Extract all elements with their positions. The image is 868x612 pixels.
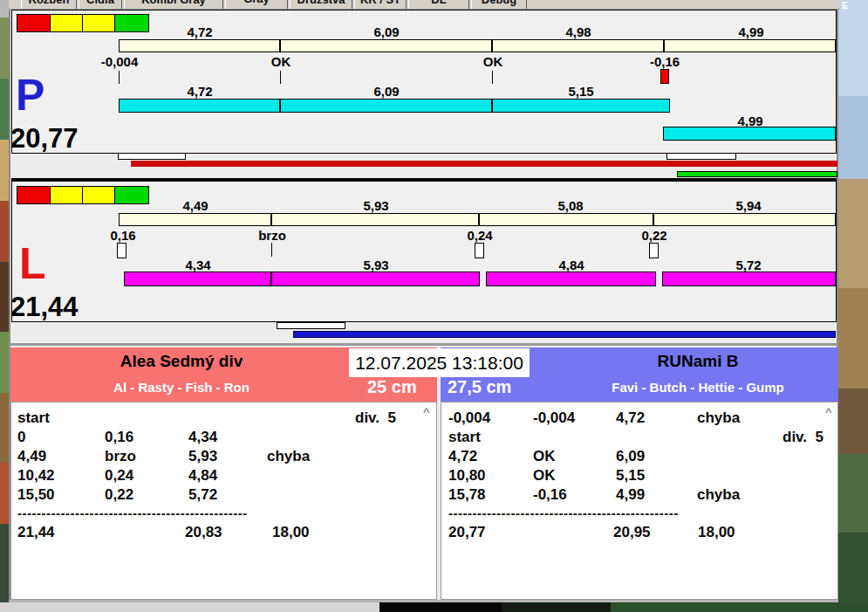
lane-l-run-label: 4,34 [185, 258, 210, 272]
desktop-background-right: E [838, 0, 868, 602]
desktop-background-left [0, 0, 9, 612]
desktop-fragment [838, 96, 868, 179]
desktop-fragment [838, 389, 868, 454]
table-cell: -0,004 [533, 410, 575, 425]
table-cell: chyba [697, 487, 740, 502]
progress-marker [277, 322, 345, 329]
table-total-cell: 18,00 [698, 525, 735, 540]
lane-p-light-red [17, 14, 51, 32]
table-cell: 4,72 [616, 410, 645, 425]
tab-dl[interactable]: DL [408, 0, 469, 10]
desktop-fragment [0, 463, 9, 524]
lane-l-split-label: 5,94 [735, 198, 761, 213]
progress-marker [118, 153, 186, 160]
desktop-fragment [0, 262, 9, 332]
desktop-fragment [0, 0, 9, 17]
lane-l-run-bar [662, 272, 836, 286]
lane-p-light-yellow2 [82, 14, 115, 32]
fault-marker-white [475, 243, 484, 258]
table-cell: 0,16 [105, 430, 133, 444]
table-cell: start [448, 430, 481, 444]
lane-l-run-label: 4,84 [558, 258, 584, 272]
table-cell: 15,50 [17, 487, 55, 502]
desktop-fragment [0, 393, 9, 463]
lane-l-total: 21,44 [10, 293, 79, 320]
bar-divider [663, 39, 665, 52]
desktop-fragment [0, 201, 9, 262]
bar-divider [653, 213, 654, 226]
team-left-table [10, 402, 437, 600]
desktop-fragment [502, 602, 611, 612]
table-cell: 0 [17, 430, 25, 444]
bar-divider [279, 99, 281, 113]
desktop-fragment [0, 79, 9, 140]
fault-marker-white [649, 243, 659, 258]
tab-kombi-gray[interactable]: Kombi Gray [124, 0, 223, 10]
lane-p-total: 20,77 [10, 125, 79, 152]
table-cell: 5,93 [188, 449, 217, 464]
table-total-cell: 20,95 [613, 525, 651, 540]
lane-l-split-label: 4,49 [182, 198, 208, 213]
lane-l-mark-label: 0,24 [467, 228, 492, 243]
table-cell: 4,49 [17, 449, 46, 464]
table-cell: 4,72 [448, 449, 477, 464]
datetime-text: 12.07.2025 13:18:00 [355, 353, 523, 373]
table-separator: ----------------------------------------… [448, 505, 688, 520]
lane-l-split-bar [119, 213, 836, 226]
bar-divider [491, 99, 493, 113]
lane-p-split-bar [119, 39, 836, 52]
tab-rozbeh[interactable]: Rozběh [21, 0, 77, 10]
desktop-fragment [838, 179, 868, 288]
lane-l-split-label: 5,93 [363, 198, 388, 213]
table-cell: -0,16 [533, 487, 567, 502]
tab-gray[interactable]: Gray [225, 0, 288, 10]
desktop-fragment [379, 602, 502, 612]
screen: E Rozběh Čidla Kombi Gray Gray Družstva … [0, 0, 868, 612]
tab-kr-st[interactable]: KR / ST [354, 0, 407, 10]
desktop-fragment [0, 524, 9, 612]
lane-p-split-label: 4,72 [187, 24, 212, 39]
section-divider [9, 343, 838, 346]
table-cell: 15,78 [448, 487, 486, 502]
desktop-fragment [838, 288, 868, 389]
mark-tick [119, 71, 120, 84]
team-left-dogs: Al - Rasty - Fish - Ron [113, 380, 249, 395]
desktop-fragment [838, 533, 868, 602]
bar-divider [279, 39, 281, 52]
lane-p-mark-label: OK [483, 54, 503, 69]
lane-p-mark-label: -0,004 [101, 54, 139, 69]
lane-p-mark-label: -0,16 [650, 54, 680, 69]
tab-cidla[interactable]: Čidla [79, 0, 122, 10]
lane-l-light-green [114, 186, 149, 204]
mark-tick [492, 71, 493, 84]
tab-debug[interactable]: Debug [471, 0, 527, 10]
lane-l-run-bar [124, 272, 480, 286]
tab-druzstva[interactable]: Družstva [290, 0, 352, 10]
table-cell: 10,42 [17, 468, 55, 483]
desktop-icon-text: E [842, 0, 848, 10]
table-cell: div. 5 [355, 410, 396, 425]
lane-p-letter: P [16, 73, 44, 117]
lane-p-extra-bar [663, 127, 836, 141]
desktop-fragment [0, 332, 9, 393]
team-left-height: 25 cm [367, 377, 417, 397]
lane-p-split-label: 6,09 [373, 24, 399, 39]
tab-bar: Rozběh Čidla Kombi Gray Gray Družstva KR… [9, 0, 840, 10]
bar-divider [478, 213, 480, 226]
bar-divider [270, 272, 272, 286]
lane-p-run-bar [119, 99, 670, 113]
team-left-name: Alea Sedmý div [120, 352, 243, 371]
mark-tick [280, 71, 281, 84]
team-right-dogs: Favi - Butch - Hettie - Gump [612, 380, 784, 395]
desktop-fragment [838, 454, 868, 533]
table-cell: chyba [267, 449, 310, 464]
table-cell: 5,72 [188, 487, 217, 502]
table-total-cell: 20,83 [185, 525, 222, 540]
lane-l-light-red [17, 186, 51, 204]
lane-l-run-bar [486, 272, 656, 286]
table-cell: OK [533, 449, 556, 464]
scroll-up-icon[interactable]: ^ [825, 405, 832, 418]
lane-l-mark-label: brzo [258, 228, 286, 243]
scroll-up-icon[interactable]: ^ [423, 405, 430, 418]
table-cell: 4,99 [616, 487, 645, 502]
